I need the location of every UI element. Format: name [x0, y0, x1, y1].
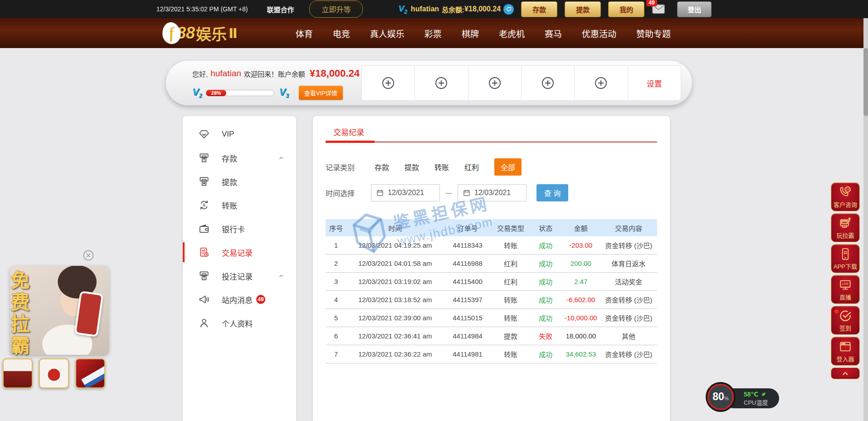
quick-add-5[interactable]	[575, 66, 628, 100]
sidebar-item-profile[interactable]: 个人资料	[183, 311, 296, 335]
launcher-button[interactable]: 登入器	[831, 337, 860, 366]
vip-detail-button[interactable]: 查看VIP详情	[299, 86, 343, 100]
search-button[interactable]: 查 询	[536, 184, 568, 201]
nav-item-live-casino[interactable]: 真人娱乐	[370, 27, 405, 39]
date-from-input[interactable]: 12/03/2021	[371, 184, 440, 201]
promo-thumb[interactable]	[3, 358, 33, 388]
svg-text:777: 777	[842, 221, 847, 224]
nav-item-sports[interactable]: 体育	[296, 27, 313, 39]
filter-transfer[interactable]: 转账	[434, 162, 449, 172]
vip-current-badge: V2	[192, 86, 202, 99]
scrollbar-thumb[interactable]	[863, 48, 868, 116]
promo-thumb[interactable]	[75, 358, 105, 388]
slot-machine-icon: 777	[839, 216, 852, 230]
refresh-balance-icon[interactable]	[503, 4, 514, 15]
promo-banner[interactable]: 免费拉霸	[3, 266, 116, 393]
quick-actions-card: 设置	[361, 65, 681, 101]
nav-item-promotions[interactable]: 优惠活动	[582, 27, 616, 39]
chevron-up-icon	[278, 273, 284, 279]
sidebar-item-deposit[interactable]: 存款	[183, 146, 296, 170]
svg-text:$: $	[203, 202, 205, 207]
brand-logo[interactable]: f 88 娱乐 Ⅱ	[162, 22, 238, 44]
mine-button[interactable]: 我的	[608, 1, 644, 17]
promo-thumb[interactable]	[39, 358, 69, 388]
nav-item-esports[interactable]: 电竞	[333, 27, 350, 39]
withdraw-button[interactable]: 提款	[565, 1, 601, 17]
nav-item-sponsorship[interactable]: 赞助专题	[636, 27, 671, 39]
time-label: 时间选择	[326, 187, 371, 198]
plus-circle-icon	[381, 76, 395, 90]
deposit-button[interactable]: 存款	[521, 1, 557, 17]
notification-dot	[834, 309, 839, 313]
sidebar-item-bet-record[interactable]: 投注记录	[183, 264, 296, 288]
quick-add-3[interactable]	[468, 66, 522, 100]
calendar-icon	[463, 189, 471, 197]
promo-close-icon[interactable]	[83, 250, 94, 261]
table-row: 1 12/03/2021 04:19:25 am 44118343 转账 成功 …	[326, 236, 657, 255]
check-circle-icon	[839, 309, 852, 323]
cpu-temp-value: 58℃	[744, 391, 759, 398]
collapse-stack-button[interactable]	[831, 367, 860, 379]
person-icon	[198, 317, 210, 329]
welcome-username: hufatian	[210, 69, 241, 78]
live-stream-button[interactable]: LIVE 直播	[831, 275, 860, 304]
vip-next-badge: V3	[279, 86, 288, 99]
nav-item-horse-racing[interactable]: 赛马	[545, 27, 562, 39]
svg-text:24: 24	[846, 188, 849, 191]
promo-text: 免费拉霸	[5, 270, 32, 357]
table-header: 序号 时间 订单号 交易类型 状态 金额 交易内容	[326, 219, 657, 236]
datetime-text: 12/3/2021 5:35:02 PM (GMT +8)	[156, 5, 248, 13]
main-content: 交易纪录 记录类别 存款 提款 转账 红利 全部 时间选择 12/03/2021…	[313, 116, 670, 421]
plus-circle-icon	[488, 76, 502, 90]
filter-bonus[interactable]: 红利	[464, 162, 479, 172]
tab-transaction-record[interactable]: 交易纪录	[333, 126, 364, 137]
logout-button[interactable]: 登出	[677, 1, 712, 17]
welcome-balance: ¥18,000.24	[310, 68, 360, 79]
document-clock-icon	[198, 246, 210, 258]
scrollbar-track[interactable]	[863, 18, 868, 421]
customer-service-button[interactable]: 24 客户咨询	[831, 182, 860, 211]
app-download-button[interactable]: APP下载	[831, 244, 860, 273]
upgrade-button[interactable]: 立即升等	[309, 0, 363, 18]
nav-item-slots[interactable]: 老虎机	[499, 27, 525, 39]
quick-add-2[interactable]	[415, 66, 468, 100]
mobile-app-icon	[839, 247, 852, 261]
nav-item-board-games[interactable]: 棋牌	[462, 27, 479, 39]
sidebar-item-messages[interactable]: 站内消息 49	[183, 288, 296, 311]
sidebar-item-transaction-record[interactable]: 交易记录	[183, 240, 296, 264]
gem-icon	[198, 128, 210, 140]
quick-add-4[interactable]	[522, 66, 575, 100]
phone-24-icon: 24	[839, 186, 852, 199]
quick-add-1[interactable]	[362, 66, 415, 100]
tab-active-underline	[326, 141, 375, 143]
screen: 12/3/2021 5:35:02 PM (GMT +8) 联盟合作 立即升等 …	[0, 0, 868, 421]
sidebar-item-bank-card[interactable]: 银行卡	[183, 217, 296, 240]
status-badge: 成功	[530, 240, 561, 250]
date-separator: 一	[445, 188, 452, 198]
cpu-usage-gauge[interactable]: 80 %	[707, 384, 734, 410]
nav-item-lottery[interactable]: 彩票	[424, 27, 442, 39]
sidebar-item-transfer[interactable]: $ 转账	[183, 193, 296, 217]
filter-all-active[interactable]: 全部	[494, 158, 522, 176]
browser-window-icon	[839, 340, 852, 353]
vip-progress-bar: 28%	[206, 90, 274, 96]
check-in-button[interactable]: 签到	[831, 306, 860, 335]
megaphone-icon	[198, 294, 210, 305]
settings-button[interactable]: 设置	[628, 66, 681, 100]
filter-withdraw[interactable]: 提款	[405, 162, 419, 172]
live-monitor-icon: LIVE	[839, 278, 852, 292]
sidebar-item-withdraw[interactable]: 提款	[183, 170, 296, 193]
date-to-input[interactable]: 12/03/2021	[458, 184, 527, 201]
nav-items: 体育 电竞 真人娱乐 彩票 棋牌 老虎机 赛马 优惠活动 赞助专题	[296, 27, 671, 39]
chevron-up-icon	[841, 370, 850, 377]
greeting-suffix: 欢迎回来！账户余额	[244, 69, 305, 78]
alliance-link[interactable]: 联盟合作	[267, 5, 294, 14]
status-badge: 成功	[530, 277, 561, 286]
mail-icon[interactable]: 49	[652, 4, 665, 15]
status-badge: 失败	[530, 331, 561, 341]
slot-machine-button[interactable]: 777 玩拉霸	[831, 213, 860, 242]
sidebar-item-vip[interactable]: VIP	[183, 122, 296, 146]
filter-deposit[interactable]: 存款	[375, 162, 389, 172]
bet-record-icon	[198, 270, 210, 282]
table-row: 2 12/03/2021 04:01:58 am 44116988 红利 成功 …	[326, 255, 657, 273]
